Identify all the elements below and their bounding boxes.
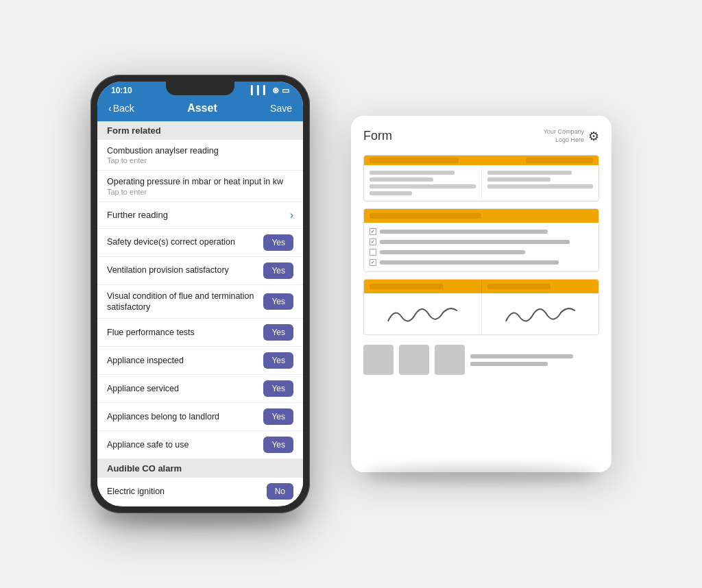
checkbox-label-3 <box>380 250 525 254</box>
line-2 <box>370 177 433 182</box>
row-ventilation: Ventilation provision satisfactory Yes <box>97 257 303 285</box>
signature-col-right <box>481 293 599 334</box>
checkbox-3[interactable] <box>370 249 376 256</box>
combustion-sub: Tap to enter <box>107 156 224 164</box>
appliances-landlord-label: Appliances belong to landlord <box>107 411 263 422</box>
form-block-col-left <box>364 165 481 201</box>
checkbox-1[interactable] <box>370 228 376 235</box>
form-block-col-right <box>481 165 599 201</box>
signal-icon: ▎▎▎ <box>251 86 269 95</box>
tablet-outer: Form Your Company Logo Here ⚙ <box>351 116 612 472</box>
checkbox-label-4 <box>380 260 559 265</box>
form-block-1-header <box>364 156 598 165</box>
bottom-text-lines <box>470 354 599 366</box>
checkbox-row-1 <box>370 228 593 235</box>
appliance-inspected-label: Appliance inspected <box>107 355 263 366</box>
form-block-1-body <box>364 165 598 201</box>
tablet-shadow <box>365 465 598 482</box>
save-button[interactable]: Save <box>270 103 292 114</box>
electric-ignition-label: Electric ignition <box>107 486 267 497</box>
row-electric-ignition: Electric ignition No <box>97 478 303 506</box>
row-combustion[interactable]: Combustion anaylser reading Tap to enter <box>97 140 303 171</box>
checkbox-row-4 <box>370 259 593 266</box>
safety-devices-label: Safety device(s) correct operation <box>107 236 263 247</box>
form-document: Form Your Company Logo Here ⚙ <box>351 116 612 472</box>
form-block-2-header <box>364 209 598 223</box>
form-block-1 <box>363 155 599 201</box>
tablet-mockup: Form Your Company Logo Here ⚙ <box>351 116 612 472</box>
phone-mockup: 10:10 ▎▎▎ ⊛ ▭ ‹ Back Asset Save <box>90 75 310 513</box>
appliance-serviced-yes-btn[interactable]: Yes <box>263 380 293 397</box>
header-bar-right <box>526 158 593 163</box>
scene: 10:10 ▎▎▎ ⊛ ▭ ‹ Back Asset Save <box>0 0 702 588</box>
form-block-2-body <box>364 223 598 271</box>
signature-left-svg <box>372 300 473 328</box>
status-time: 10:10 <box>111 86 132 95</box>
line-4 <box>370 191 412 195</box>
electric-ignition-no-btn[interactable]: No <box>267 483 293 500</box>
company-line1: Your Company <box>544 128 584 136</box>
line-5 <box>487 171 572 175</box>
header-bar-left <box>370 158 459 163</box>
form-bottom <box>363 342 599 375</box>
line-3 <box>370 184 476 188</box>
row-visual-condition: Visual condition of flue and termination… <box>97 285 303 319</box>
thumbnail-1 <box>363 345 394 375</box>
nav-title: Asset <box>187 102 217 114</box>
nav-bar: ‹ Back Asset Save <box>97 98 303 121</box>
ventilation-yes-btn[interactable]: Yes <box>263 262 293 279</box>
further-reading-label: Further reading <box>107 210 168 220</box>
chevron-left-icon: ‹ <box>108 103 112 114</box>
company-line2: Logo Here <box>544 136 584 145</box>
form-block-3-body <box>364 293 598 334</box>
phone-notch <box>166 82 234 95</box>
header-sig-line-right <box>487 284 551 289</box>
thumbnail-3 <box>435 345 465 375</box>
wifi-icon: ⊛ <box>272 86 279 95</box>
combustion-label: Combustion anaylser reading <box>107 145 224 156</box>
row-further-reading[interactable]: Further reading › <box>97 202 303 229</box>
form-block-2-header-line <box>370 213 481 219</box>
line-1 <box>370 171 455 175</box>
appliance-inspected-yes-btn[interactable]: Yes <box>263 352 293 369</box>
appliance-safe-yes-btn[interactable]: Yes <box>263 437 293 453</box>
back-button[interactable]: ‹ Back <box>108 103 134 114</box>
thumbnail-2 <box>399 345 429 375</box>
appliance-serviced-label: Appliance serviced <box>107 383 263 394</box>
operating-pressure-sub: Tap to enter <box>107 188 289 196</box>
checkbox-row-2 <box>370 238 593 245</box>
bottom-line-2 <box>470 362 548 366</box>
checkbox-4[interactable] <box>370 259 376 266</box>
form-block-3-header-left <box>364 280 481 293</box>
form-header: Form Your Company Logo Here ⚙ <box>363 128 599 144</box>
section-header-form-related: Form related <box>97 121 303 140</box>
row-appliance-safe: Appliance safe to use Yes <box>97 431 303 459</box>
appliances-landlord-yes-btn[interactable]: Yes <box>263 408 293 425</box>
checkbox-2[interactable] <box>370 238 376 245</box>
form-block-3 <box>363 279 599 335</box>
checkbox-row-3 <box>370 249 593 256</box>
safety-devices-yes-btn[interactable]: Yes <box>263 234 293 251</box>
chevron-right-icon: › <box>290 209 293 221</box>
form-block-3-header-right <box>481 280 599 293</box>
bottom-line-1 <box>470 354 573 358</box>
status-right: ▎▎▎ ⊛ ▭ <box>251 86 289 95</box>
battery-icon: ▭ <box>282 86 289 95</box>
phone-content: Form related Combustion anaylser reading… <box>97 121 303 506</box>
visual-condition-yes-btn[interactable]: Yes <box>263 293 293 310</box>
line-6 <box>487 177 551 182</box>
row-operating-pressure[interactable]: Operating pressure in mbar or heat input… <box>97 171 303 201</box>
visual-condition-label: Visual condition of flue and termination… <box>107 291 263 313</box>
flue-performance-label: Flue performance tests <box>107 327 263 338</box>
row-appliance-serviced: Appliance serviced Yes <box>97 375 303 403</box>
checkbox-label-2 <box>380 240 570 244</box>
checkbox-label-1 <box>380 230 548 234</box>
ventilation-label: Ventilation provision satisfactory <box>107 265 263 275</box>
flue-performance-yes-btn[interactable]: Yes <box>263 324 293 341</box>
row-appliance-inspected: Appliance inspected Yes <box>97 347 303 375</box>
section-header-audible-co: Audible CO alarm <box>97 459 303 478</box>
form-title: Form <box>363 129 392 143</box>
appliance-safe-label: Appliance safe to use <box>107 439 263 450</box>
operating-pressure-label: Operating pressure in mbar or heat input… <box>107 176 289 187</box>
row-safety-devices: Safety device(s) correct operation Yes <box>97 229 303 257</box>
